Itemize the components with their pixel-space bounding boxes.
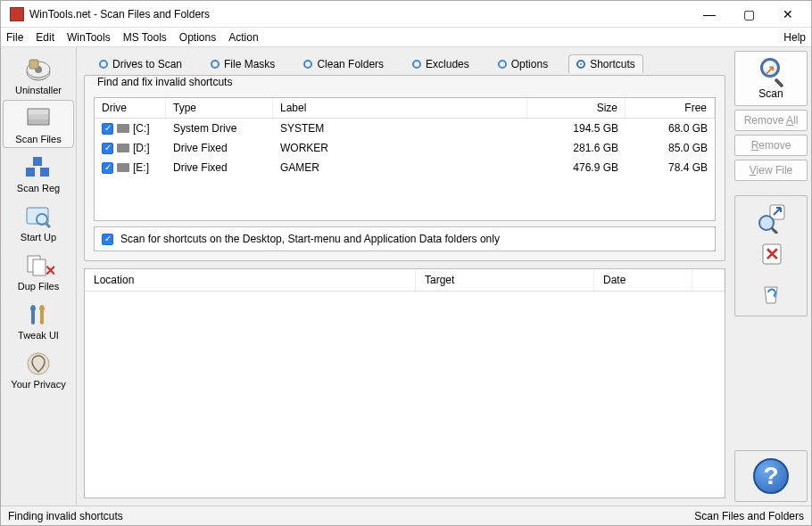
svg-point-22 [759,216,774,230]
checkbox-icon[interactable]: ✓ [102,162,113,174]
recycle-icon-button[interactable] [752,275,790,312]
drive-size: 476.9 GB [527,160,626,176]
tab-clean-folders[interactable]: Clean Folders [295,54,392,73]
find-shortcut-icon-button[interactable] [752,200,790,237]
drive-icon [117,163,129,172]
dup-files-icon: ✕ [22,252,54,279]
header-label[interactable]: Label [273,98,527,118]
tab-shortcuts[interactable]: Shortcuts [568,54,643,73]
tool-icons: ✕ [734,195,808,316]
header-type[interactable]: Type [166,98,273,118]
drive-letter: [D:] [133,142,150,154]
drive-size: 281.6 GB [527,140,626,156]
menu-wintools[interactable]: WinTools [67,31,111,44]
sidebar-item-dup-files[interactable]: ✕ Dup Files [3,247,74,295]
table-row[interactable]: ✓[D:]Drive FixedWORKER281.6 GB85.0 GB [95,138,715,158]
drive-free: 78.4 GB [626,160,715,176]
drive-label: GAMER [273,160,527,176]
sidebar-item-scan-files[interactable]: Scan Files [3,100,74,148]
header-date[interactable]: Date [594,269,692,291]
svg-rect-6 [28,109,49,114]
sidebar-item-label: Tweak UI [5,330,71,341]
svg-text:✕: ✕ [765,244,780,264]
header-size[interactable]: Size [527,98,626,118]
svg-text:✕: ✕ [45,263,54,278]
drive-type: Drive Fixed [166,140,273,156]
scan-reg-icon [22,154,54,181]
drive-label: SYSTEM [273,120,527,136]
scan-button-label: Scan [758,87,783,100]
maximize-button[interactable]: ▢ [729,1,768,28]
sidebar-item-tweak-ui[interactable]: Tweak UI [3,296,74,344]
scan-button[interactable]: ↗ Scan [734,51,808,106]
header-target[interactable]: Target [416,269,594,291]
svg-rect-7 [33,157,42,166]
svg-line-23 [772,228,777,234]
svg-rect-5 [28,114,49,119]
tab-label: Clean Folders [317,58,384,70]
svg-point-19 [39,306,45,311]
menu-action[interactable]: Action [228,31,258,44]
group-title: Find and fix invalid shortcuts [94,76,236,88]
remove-button[interactable]: Remove [734,135,808,156]
startup-icon [22,203,54,230]
tab-bar: Drives to Scan File Masks Clean Folders … [84,51,725,73]
sidebar-item-start-up[interactable]: Start Up [3,198,74,246]
menu-options[interactable]: Options [179,31,216,44]
header-free[interactable]: Free [626,98,715,118]
drive-icon [117,144,129,152]
view-file-button[interactable]: View File [734,160,808,181]
svg-rect-14 [33,259,46,275]
tab-options[interactable]: Options [490,54,556,73]
help-button[interactable]: ? [734,450,808,502]
tab-label: Options [511,58,548,70]
drive-free: 85.0 GB [626,140,715,156]
drive-table: Drive Type Label Size Free ✓[C:]System D… [94,97,716,221]
drive-type: System Drive [166,120,273,136]
sidebar-item-uninstaller[interactable]: Uninstaller [3,51,74,99]
header-drive[interactable]: Drive [95,98,166,118]
drive-letter: [C:] [133,122,150,135]
scan-desktop-only-option[interactable]: ✓ Scan for shortcuts on the Desktop, Sta… [94,226,716,251]
drive-label: WORKER [273,140,527,156]
sidebar-item-scan-reg[interactable]: Scan Reg [3,149,74,197]
drive-type: Drive Fixed [166,160,273,176]
sidebar-item-label: Scan Files [5,134,71,144]
sidebar-item-label: Your Privacy [5,379,71,390]
svg-rect-4 [28,119,49,125]
tab-label: File Masks [224,58,275,70]
sidebar-item-label: Scan Reg [5,183,71,193]
action-panel: ↗ Scan Remove All Remove View File ✕ ? [731,47,811,505]
menu-file[interactable]: File [6,31,23,44]
close-button[interactable]: ✕ [768,1,808,28]
tab-drives-to-scan[interactable]: Drives to Scan [91,54,190,73]
sidebar-item-your-privacy[interactable]: Your Privacy [3,345,74,393]
table-row[interactable]: ✓[E:]Drive FixedGAMER476.9 GB78.4 GB [95,158,715,177]
app-icon [10,7,24,21]
header-extra[interactable] [692,269,725,291]
tab-label: Drives to Scan [112,58,182,70]
header-location[interactable]: Location [85,269,416,291]
drive-icon [117,124,129,133]
tab-excludes[interactable]: Excludes [404,54,477,73]
menu-help[interactable]: Help [783,31,806,44]
window-title: WinTools.net - Scan Files and Folders [29,8,690,21]
sidebar-item-label: Start Up [5,232,71,242]
delete-shortcut-icon-button[interactable]: ✕ [752,237,790,275]
tab-file-masks[interactable]: File Masks [203,54,283,73]
svg-rect-8 [26,168,35,177]
sidebar-item-label: Uninstaller [5,85,71,95]
svg-rect-9 [40,168,49,177]
menu-mstools[interactable]: MS Tools [123,31,167,44]
menu-edit[interactable]: Edit [36,31,54,44]
minimize-button[interactable]: — [690,1,729,28]
checkbox-icon[interactable]: ✓ [102,143,113,154]
drive-letter: [E:] [133,161,149,174]
sidebar: Uninstaller Scan Files Scan Reg Start Up… [1,47,77,505]
drive-free: 68.0 GB [626,120,715,136]
sidebar-item-label: Dup Files [5,281,71,292]
remove-all-button[interactable]: Remove All [734,110,808,131]
table-row[interactable]: ✓[C:]System DriveSYSTEM194.5 GB68.0 GB [95,119,715,138]
checkbox-icon[interactable]: ✓ [102,123,113,135]
tab-label: Shortcuts [590,58,635,70]
